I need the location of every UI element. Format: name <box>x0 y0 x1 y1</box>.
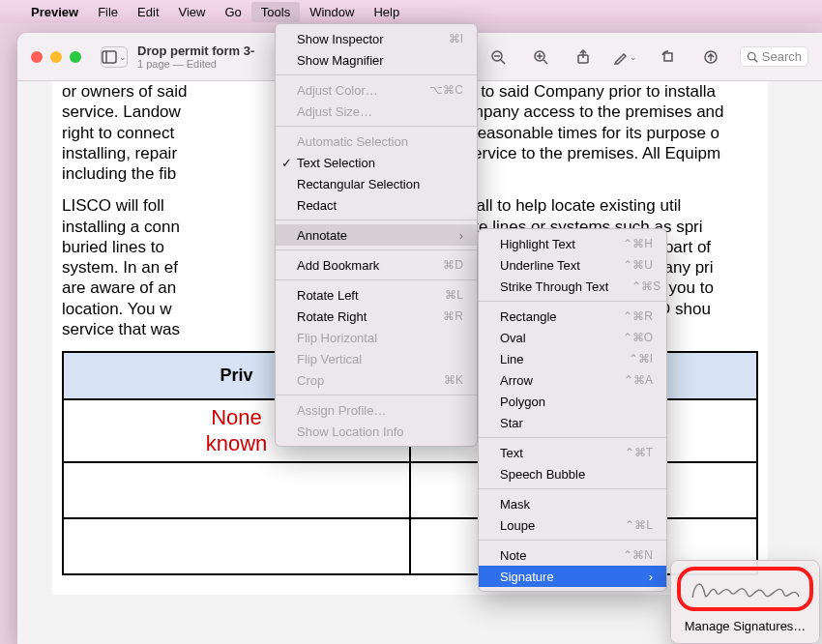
menu-redact[interactable]: Redact <box>276 194 477 216</box>
svg-point-13 <box>748 52 755 60</box>
menu-speech-bubble[interactable]: Speech Bubble <box>479 463 666 484</box>
menu-go[interactable]: Go <box>215 2 250 22</box>
sidebar-toggle-button[interactable]: ⌄ <box>101 46 128 68</box>
menu-strike-through-text[interactable]: Strike Through Text⌃⌘S <box>479 276 666 297</box>
rotate-button[interactable] <box>655 46 682 68</box>
zoom-in-icon <box>533 49 548 65</box>
menu-oval[interactable]: Oval⌃⌘O <box>479 327 666 348</box>
menu-rotate-right[interactable]: Rotate Right⌘R <box>276 306 477 327</box>
annotate-submenu: Highlight Text⌃⌘H Underline Text⌃⌘U Stri… <box>478 228 667 592</box>
traffic-lights <box>31 51 81 63</box>
zoom-out-button[interactable] <box>484 46 512 68</box>
svg-rect-11 <box>664 53 672 61</box>
menu-show-location-info: Show Location Info <box>276 421 477 442</box>
sidebar-icon <box>102 49 117 65</box>
chevron-right-icon: › <box>626 570 653 584</box>
menu-file[interactable]: File <box>88 2 128 22</box>
system-menubar: Preview File Edit View Go Tools Window H… <box>0 0 822 23</box>
menu-window[interactable]: Window <box>300 2 364 22</box>
signature-glyph <box>688 573 804 604</box>
chevron-down-icon: ⌄ <box>630 52 637 62</box>
zoom-out-icon <box>490 49 506 65</box>
menu-note[interactable]: Note⌃⌘N <box>479 544 666 566</box>
signature-popover: Manage Signatures… <box>670 560 820 644</box>
svg-rect-0 <box>103 51 116 63</box>
table-cell <box>63 462 410 518</box>
menu-line[interactable]: Line⌃⌘I <box>479 348 666 369</box>
signature-preview[interactable] <box>677 567 813 611</box>
menu-star[interactable]: Star <box>479 412 666 433</box>
menu-annotate[interactable]: Annotate› <box>276 224 477 246</box>
rotate-icon <box>661 49 676 65</box>
menu-rectangle[interactable]: Rectangle⌃⌘R <box>479 306 666 327</box>
window-title-group: Drop permit form 3- 1 page — Edited <box>137 44 254 70</box>
menu-underline-text[interactable]: Underline Text⌃⌘U <box>479 254 666 276</box>
menu-crop: Crop⌘K <box>276 369 477 391</box>
search-field[interactable]: Search <box>740 46 808 67</box>
menu-adjust-size: Adjust Size… <box>276 101 477 122</box>
menu-flip-vertical: Flip Vertical <box>276 348 477 369</box>
menu-polygon[interactable]: Polygon <box>479 391 666 412</box>
menu-text[interactable]: Text⌃⌘T <box>479 442 666 463</box>
tools-menu: Show Inspector⌘I Show Magnifier Adjust C… <box>275 23 478 447</box>
share-icon <box>575 49 591 65</box>
menu-rotate-left[interactable]: Rotate Left⌘L <box>276 284 477 306</box>
menu-edit[interactable]: Edit <box>128 2 168 22</box>
menu-signature[interactable]: Signature› <box>479 566 666 587</box>
menu-show-magnifier[interactable]: Show Magnifier <box>276 49 477 71</box>
search-placeholder: Search <box>762 49 802 64</box>
menu-adjust-color: Adjust Color…⌥⌘C <box>276 79 477 101</box>
menu-loupe[interactable]: Loupe⌃⌘L <box>479 514 666 536</box>
menu-automatic-selection: Automatic Selection <box>276 131 477 152</box>
menu-assign-profile: Assign Profile… <box>276 399 477 421</box>
zoom-button[interactable] <box>70 51 81 63</box>
menu-flip-horizontal: Flip Horizontal <box>276 327 477 348</box>
menu-arrow[interactable]: Arrow⌃⌘A <box>479 369 666 391</box>
share-button[interactable] <box>570 46 597 68</box>
minimize-button[interactable] <box>50 51 62 63</box>
menu-add-bookmark[interactable]: Add Bookmark⌘D <box>276 254 477 276</box>
highlight-button[interactable]: ⌄ <box>612 46 639 68</box>
manage-signatures-button[interactable]: Manage Signatures… <box>677 615 813 637</box>
markup-icon <box>703 49 719 65</box>
zoom-in-button[interactable] <box>527 46 554 68</box>
window-title: Drop permit form 3- <box>137 44 254 58</box>
svg-line-6 <box>543 60 547 64</box>
menu-show-inspector[interactable]: Show Inspector⌘I <box>276 28 477 49</box>
chevron-down-icon: ⌄ <box>119 52 127 62</box>
menu-tools[interactable]: Tools <box>251 2 300 22</box>
highlight-icon <box>613 49 629 65</box>
menu-view[interactable]: View <box>169 2 216 22</box>
svg-line-3 <box>501 60 505 64</box>
chevron-right-icon: › <box>436 228 463 243</box>
menu-mask[interactable]: Mask <box>479 493 666 514</box>
menu-text-selection[interactable]: Text Selection <box>276 152 477 173</box>
table-cell <box>63 518 410 574</box>
markup-button[interactable] <box>697 46 724 68</box>
menu-rectangular-selection[interactable]: Rectangular Selection <box>276 173 477 194</box>
close-button[interactable] <box>31 51 43 63</box>
svg-line-14 <box>754 59 757 62</box>
search-icon <box>747 51 758 63</box>
app-menu[interactable]: Preview <box>21 2 88 22</box>
menu-help[interactable]: Help <box>364 2 409 22</box>
menu-highlight-text[interactable]: Highlight Text⌃⌘H <box>479 233 666 254</box>
window-subtitle: 1 page — Edited <box>137 58 254 70</box>
